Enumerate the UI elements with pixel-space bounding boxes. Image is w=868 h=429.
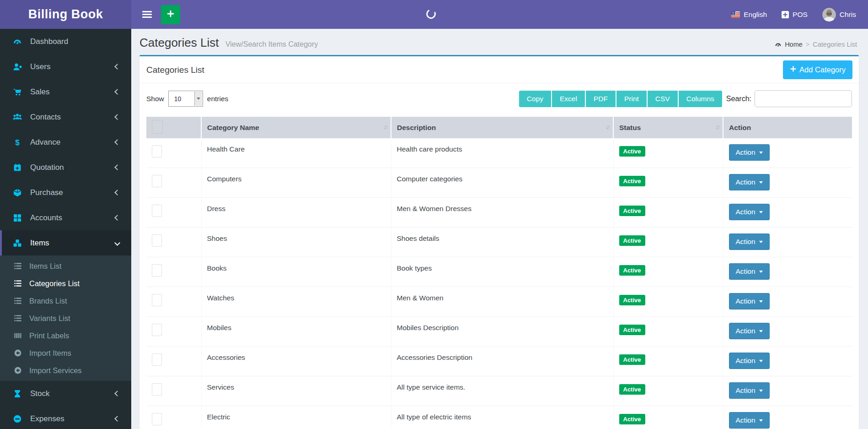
row-checkbox[interactable] [152, 205, 162, 217]
export-pdf-button[interactable]: PDF [586, 91, 616, 107]
sidebar-subitem-variants-list[interactable]: Variants List [0, 310, 131, 327]
sidebar-item-contacts[interactable]: Contacts [0, 104, 131, 130]
sidebar-subitem-print-labels[interactable]: Print Labels [0, 327, 131, 344]
sidebar-item-quotation[interactable]: Quotation [0, 155, 131, 180]
sort-icon[interactable]: ↓↑ [605, 123, 609, 130]
user-menu[interactable]: Chris [822, 8, 856, 22]
row-checkbox[interactable] [152, 264, 162, 277]
sidebar-item-expenses[interactable]: Expenses [0, 406, 131, 429]
row-checkbox[interactable] [152, 324, 162, 336]
sidebar-item-advance[interactable]: $Advance [0, 130, 131, 155]
table-row: BooksBook typesActiveAction [146, 257, 852, 287]
cell-select [146, 406, 201, 429]
action-dropdown-button[interactable]: Action [729, 382, 770, 399]
row-checkbox[interactable] [152, 353, 162, 366]
table-controls: Show 10 entries CopyExcelPDFPrintCSVColu… [139, 83, 859, 117]
page-length-select[interactable]: 10 [168, 91, 203, 107]
cell-category-name: Watches [201, 287, 391, 317]
sidebar-item-dashboard[interactable]: Dashboard [0, 29, 131, 54]
chevron-left-icon [114, 89, 120, 95]
column-label: Action [729, 124, 751, 131]
export-csv-button[interactable]: CSV [648, 91, 679, 107]
export-print-button[interactable]: Print [616, 91, 648, 107]
row-checkbox[interactable] [152, 383, 162, 396]
export-excel-button[interactable]: Excel [552, 91, 586, 107]
pos-button[interactable]: POS [782, 11, 808, 19]
breadcrumb-home[interactable]: Home [785, 41, 803, 48]
show-label: Show [146, 95, 164, 103]
sidebar-submenu-items: Items ListCategories ListBrands ListVari… [0, 255, 131, 381]
chevron-down-icon [194, 92, 202, 106]
quick-add-button[interactable] [161, 5, 180, 24]
cell-select [146, 257, 201, 287]
cell-description: Health care products [391, 138, 613, 168]
gauge-icon [775, 41, 782, 48]
chevron-left-icon [114, 64, 120, 70]
cell-category-name: Books [201, 257, 391, 287]
action-dropdown-button[interactable]: Action [729, 234, 770, 250]
sidebar-subitem-items-list[interactable]: Items List [0, 257, 131, 275]
column-label: Description [397, 124, 436, 131]
status-badge: Active [619, 176, 645, 186]
plus-icon [166, 10, 175, 19]
action-dropdown-button[interactable]: Action [729, 323, 770, 339]
sidebar-subitem-categories-list[interactable]: Categories List [0, 275, 131, 292]
chevron-left-icon [114, 139, 120, 145]
sort-icon[interactable]: ↓↑ [715, 123, 719, 130]
calendar-plus-icon [13, 163, 23, 172]
caret-down-icon [759, 300, 763, 303]
cell-select [146, 198, 201, 228]
action-dropdown-button[interactable]: Action [729, 144, 770, 161]
table-row: ElectricAll type of electric itemsActive… [146, 406, 852, 429]
cell-action: Action [723, 168, 852, 198]
row-checkbox[interactable] [152, 145, 162, 157]
sidebar-subitem-import-services[interactable]: Import Services [0, 362, 131, 379]
table-row: ShoesShoes detailsActiveAction [146, 228, 852, 257]
row-checkbox[interactable] [152, 234, 162, 247]
flag-icon [731, 11, 740, 18]
sort-icon[interactable]: ↓↑ [383, 123, 387, 130]
table-row: MobilesMobiles DescriptionActiveAction [146, 317, 852, 347]
search-input[interactable] [755, 90, 852, 107]
row-checkbox[interactable] [152, 413, 162, 425]
dollar-icon: $ [13, 138, 23, 147]
action-dropdown-button[interactable]: Action [729, 293, 770, 310]
categories-table: Category Name↓↑Description↓↑Status↓↑Acti… [146, 117, 852, 429]
select-all-checkbox[interactable] [152, 120, 163, 134]
sidebar-item-purchase[interactable]: Purchase [0, 180, 131, 205]
sidebar-item-accounts[interactable]: Accounts [0, 205, 131, 230]
cell-status: Active [613, 138, 723, 168]
column-header-status[interactable]: Status↓↑ [613, 117, 723, 138]
action-dropdown-button[interactable]: Action [729, 263, 770, 280]
table-row: Health CareHealth care productsActiveAct… [146, 138, 852, 168]
brand-logo[interactable]: Billing Book [0, 0, 131, 29]
column-header-description[interactable]: Description↓↑ [391, 117, 613, 138]
export-copy-button[interactable]: Copy [519, 91, 552, 107]
barcode-icon [14, 331, 23, 340]
cell-status: Active [613, 376, 723, 406]
export-columns-button[interactable]: Columns [679, 91, 722, 107]
cell-description: Shoes details [391, 228, 613, 257]
language-menu[interactable]: English [731, 11, 767, 19]
action-dropdown-button[interactable]: Action [729, 353, 770, 369]
cell-select [146, 347, 201, 376]
column-header-category-name[interactable]: Category Name↓↑ [201, 117, 391, 138]
action-dropdown-button[interactable]: Action [729, 204, 770, 220]
cell-status: Active [613, 198, 723, 228]
user-name: Chris [840, 11, 856, 19]
sidebar-subitem-brands-list[interactable]: Brands List [0, 292, 131, 310]
sidebar-item-stock[interactable]: Stock [0, 381, 131, 406]
sidebar-item-users[interactable]: Users [0, 54, 131, 79]
sidebar-toggle-icon[interactable] [138, 5, 156, 24]
sidebar-item-items[interactable]: Items [0, 230, 131, 255]
list-icon [14, 314, 23, 322]
action-dropdown-button[interactable]: Action [729, 174, 770, 190]
row-checkbox[interactable] [152, 175, 162, 187]
row-checkbox[interactable] [152, 294, 162, 306]
sidebar-item-sales[interactable]: Sales [0, 79, 131, 104]
sidebar-subitem-import-items[interactable]: Import Items [0, 344, 131, 362]
action-dropdown-button[interactable]: Action [729, 412, 770, 429]
add-category-button[interactable]: Add Category [783, 60, 852, 79]
cell-select [146, 168, 201, 198]
chevron-left-icon [114, 391, 120, 396]
